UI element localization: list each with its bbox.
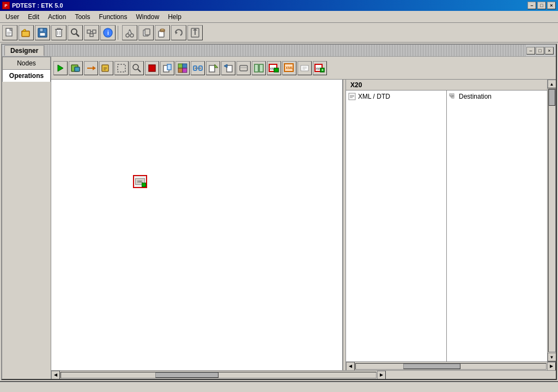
ops-xml-green[interactable]: XML (267, 61, 281, 75)
toolbar-save[interactable] (35, 25, 50, 40)
designer-maximize[interactable]: □ (536, 47, 544, 55)
menu-bar: User Edit Action Tools Functions Window … (0, 11, 558, 23)
ops-insert-node[interactable] (69, 61, 83, 75)
menu-action[interactable]: Action (44, 12, 70, 22)
designer-panel: Designer – □ × Nodes Operations (1, 44, 557, 380)
ops-edit1[interactable] (160, 61, 174, 75)
vscroll-thumb (549, 89, 555, 106)
tab-nodes[interactable]: Nodes (2, 57, 51, 69)
svg-rect-16 (93, 30, 96, 33)
hscroll-left[interactable]: ◀ (346, 362, 355, 371)
right-panel-header: X20 (346, 80, 556, 91)
svg-rect-36 (75, 67, 80, 71)
ops-node-special1[interactable] (236, 61, 251, 75)
canvas-hscroll-left[interactable]: ◀ (51, 371, 60, 379)
vscroll-up[interactable]: ▲ (548, 80, 556, 88)
svg-rect-52 (183, 68, 187, 73)
menu-help[interactable]: Help (163, 12, 186, 22)
toolbar-copy[interactable] (138, 25, 154, 40)
svg-point-13 (71, 29, 77, 34)
svg-line-45 (138, 69, 141, 72)
app-icon: P (2, 2, 10, 9)
svg-rect-29 (161, 29, 164, 31)
right-hscroll: ◀ ▶ (346, 361, 556, 370)
ops-xml-big[interactable]: XML (282, 61, 296, 75)
main-canvas[interactable]: XML (51, 80, 343, 370)
right-panel-body: XML / DTD Destination (346, 91, 556, 361)
ops-arrow[interactable] (84, 61, 98, 75)
svg-text:+: + (322, 68, 324, 73)
ops-node-special2[interactable] (252, 61, 266, 75)
svg-rect-10 (57, 28, 60, 29)
svg-rect-62 (259, 64, 263, 72)
menu-edit[interactable]: Edit (23, 12, 44, 22)
canvas-hscroll-track[interactable] (60, 372, 377, 378)
menu-window[interactable]: Window (131, 12, 163, 22)
ops-play[interactable] (53, 61, 68, 75)
title-bar-controls[interactable]: – □ × (527, 2, 556, 9)
svg-marker-30 (175, 31, 178, 34)
bottom-hscroll: ◀ ▶ (51, 370, 556, 379)
tab-operations[interactable]: Operations (2, 69, 51, 82)
svg-rect-59 (240, 65, 247, 71)
menu-tools[interactable]: Tools (70, 12, 94, 22)
destination-header: Destination (449, 93, 554, 100)
ops-rect-node[interactable] (99, 61, 113, 75)
ops-import[interactable] (221, 61, 235, 75)
ops-select[interactable] (114, 61, 129, 75)
canvas-hscroll-right[interactable]: ▶ (377, 371, 386, 379)
svg-marker-58 (224, 64, 227, 68)
designer-header-area: Designer – □ × (2, 45, 556, 57)
svg-rect-8 (56, 29, 62, 37)
xml-dtd-pane: XML / DTD (346, 91, 447, 361)
ops-blank[interactable] (298, 61, 312, 75)
left-sidebar: Nodes Operations (2, 57, 51, 379)
toolbar-paste[interactable] (155, 25, 170, 40)
toolbar-new[interactable] (2, 25, 17, 40)
toolbar-undo[interactable] (171, 25, 186, 40)
canvas-hscroll-thumb (155, 372, 219, 378)
designer-win-btns: – □ × (526, 47, 556, 55)
svg-rect-46 (149, 65, 155, 71)
ops-export[interactable] (206, 61, 220, 75)
svg-rect-4 (22, 31, 29, 37)
toolbar-transform[interactable] (84, 25, 99, 40)
ops-multi-node[interactable] (175, 61, 190, 75)
menu-user[interactable]: User (1, 12, 23, 22)
xml-dtd-label: XML / DTD (358, 93, 390, 100)
main-toolbar: i (0, 23, 558, 43)
designer-minimize[interactable]: – (526, 47, 535, 55)
canvas-node-xml[interactable]: XML (133, 175, 148, 189)
toolbar-exit[interactable] (187, 25, 203, 40)
toolbar-cut[interactable] (122, 25, 137, 40)
ops-add[interactable]: XML+ (313, 61, 327, 75)
designer-close[interactable]: × (545, 47, 554, 55)
svg-rect-55 (209, 65, 215, 72)
ops-stop[interactable] (145, 61, 159, 75)
minimize-button[interactable]: – (527, 2, 536, 9)
svg-rect-49 (178, 64, 183, 68)
svg-rect-51 (178, 68, 183, 73)
designer-tab: Designer (4, 45, 44, 56)
ops-zoom[interactable] (130, 61, 144, 75)
menu-functions[interactable]: Functions (94, 12, 131, 22)
svg-rect-61 (254, 64, 258, 72)
toolbar-find[interactable] (68, 25, 83, 40)
toolbar-info[interactable]: i (100, 25, 116, 40)
toolbar-delete[interactable] (51, 25, 66, 40)
ops-link1[interactable] (191, 61, 205, 75)
toolbar-open[interactable] (19, 25, 34, 40)
vscroll-track[interactable] (548, 89, 556, 352)
vscroll-down[interactable]: ▼ (548, 353, 556, 361)
close-button[interactable]: × (547, 2, 556, 9)
window-title: PDTEST : ETK 5.0 (12, 2, 63, 9)
hscroll-track[interactable] (355, 363, 547, 370)
maximize-button[interactable]: □ (537, 2, 546, 9)
hscroll-right[interactable]: ▶ (547, 362, 556, 371)
svg-text:XML: XML (286, 66, 294, 70)
destination-pane: Destination (447, 91, 556, 361)
ops-toolbar: XML XML XML+ (51, 57, 556, 80)
right-vscroll: ▲ ▼ (547, 80, 556, 361)
svg-rect-65 (274, 68, 278, 72)
status-bar (0, 381, 558, 392)
